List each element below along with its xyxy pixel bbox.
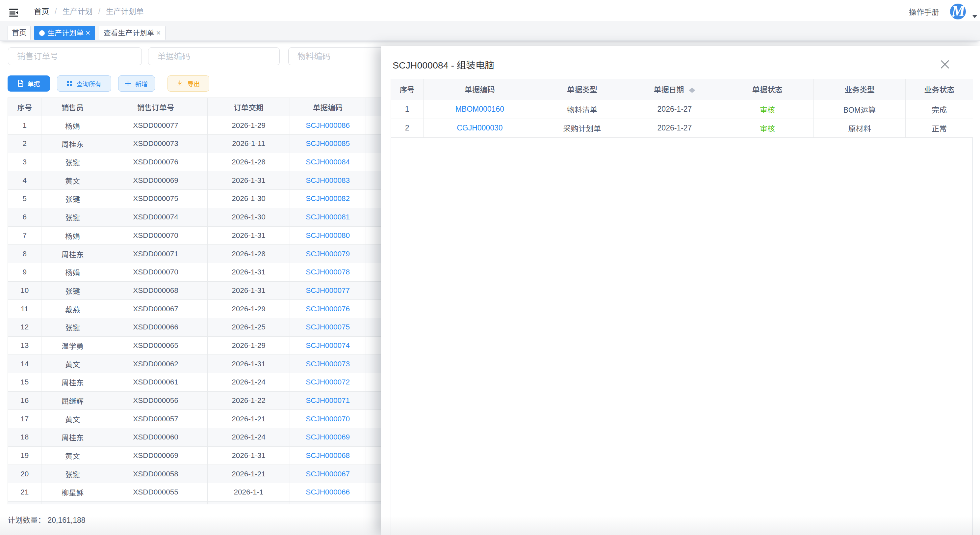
svg-text:M: M (951, 4, 966, 19)
